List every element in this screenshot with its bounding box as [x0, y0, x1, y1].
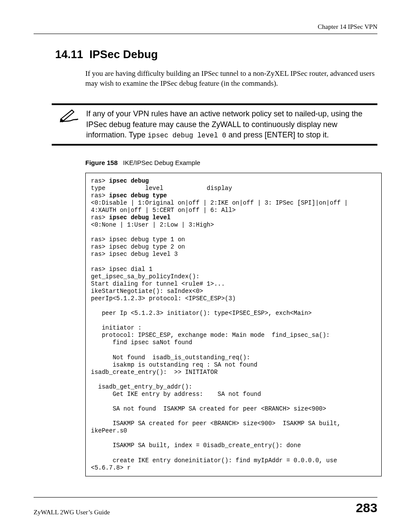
code-line: get_ipsec_sa_by_policyIndex():	[91, 273, 199, 280]
code-line: <5.6.7.8> r	[91, 464, 131, 471]
code-line: peer Ip <5.1.2.3> initiator(): type<IPSE…	[91, 310, 311, 317]
chapter-header: Chapter 14 IPSec VPN	[34, 22, 377, 31]
code-line: Get IKE entry by address: SA not found	[91, 391, 261, 398]
code-line: ras>	[91, 214, 109, 221]
code-line: Not found isadb_is_outstanding_req():	[91, 354, 250, 361]
header-rule	[34, 34, 377, 34]
code-line: 4:XAUTH on|off | 5:CERT on|off | 6: All>	[91, 207, 236, 214]
code-line: ikeStartNegotiate(): saIndex<0>	[91, 288, 203, 295]
code-line: find ipsec saNot found	[91, 339, 192, 346]
figure-title: IKE/IPSec Debug Example	[123, 159, 200, 166]
code-line: create IKE entry doneinitiator(): find m…	[91, 457, 341, 464]
code-line: <0:None | 1:User | 2:Low | 3:High>	[91, 221, 214, 228]
pen-note-icon	[52, 109, 86, 140]
intro-paragraph: If you are having difficulty building an…	[85, 69, 377, 89]
section-title: IPSec Debug	[90, 48, 158, 61]
code-line: ipsec debug	[109, 177, 149, 184]
code-line: peerIp<5.1.2.3> protocol: <IPSEC_ESP>(3)	[91, 295, 236, 302]
note-block: If any of your VPN rules have an active …	[52, 103, 377, 146]
code-line: ISAKMP SA built, index = 0isadb_create_e…	[91, 442, 301, 449]
code-line: ras> ipsec debug level 3	[91, 251, 178, 258]
code-line: ISAKMP SA created for peer <BRANCH> size…	[91, 420, 344, 427]
code-line: ras> ipsec debug type 2 on	[91, 243, 185, 250]
code-line: ras> ipsec debug type 1 on	[91, 236, 185, 243]
section-number: 14.11	[55, 48, 83, 61]
footer-rule	[34, 497, 377, 498]
code-example: ras> ipsec debug type level display ras>…	[85, 173, 382, 476]
code-line: protocol: IPSEC_ESP, exchange mode: Main…	[91, 332, 330, 339]
note-code: ipsec debug level 0	[148, 132, 226, 140]
code-line: isadb_get_entry_by_addr():	[91, 383, 192, 390]
code-line: ras> ipsec dial 1	[91, 266, 153, 273]
page-number: 283	[356, 499, 377, 517]
code-line: ikePeer.s0	[91, 427, 127, 434]
page-footer: ZyWALL 2WG User’s Guide 283	[34, 497, 377, 517]
code-line: ipsec debug type	[109, 192, 167, 199]
code-line: initiator :	[91, 324, 142, 331]
section-heading: 14.11 IPSec Debug	[55, 47, 377, 62]
figure-caption: Figure 158 IKE/IPSec Debug Example	[85, 159, 377, 167]
code-line: Start dialing for tunnel <rule# 1>...	[91, 280, 225, 287]
code-line: type level display	[91, 185, 232, 192]
note-text: If any of your VPN rules have an active …	[86, 109, 374, 140]
figure-label: Figure 158	[85, 159, 118, 166]
code-line: ras>	[91, 177, 109, 184]
code-line: isadb_create_entry(): >> INITIATOR	[91, 369, 218, 376]
code-line: SA not found ISAKMP SA created for peer …	[91, 405, 326, 412]
footer-guide-name: ZyWALL 2WG User’s Guide	[34, 508, 110, 516]
code-line: <0:Disable | 1:Original on|off | 2:IKE o…	[91, 199, 352, 206]
note-suffix: and press [ENTER] to stop it.	[226, 131, 329, 139]
code-line: ras>	[91, 192, 109, 199]
code-line: isakmp is outstanding req : SA not found	[91, 361, 257, 368]
code-line: ipsec debug level	[109, 214, 171, 221]
